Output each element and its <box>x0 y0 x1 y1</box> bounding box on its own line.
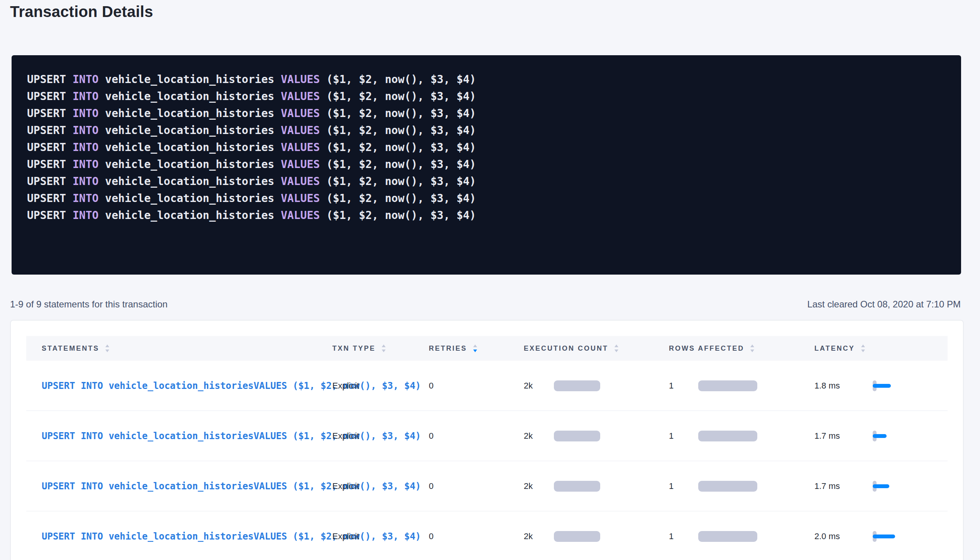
statement-line-1: UPSERT INTO vehicle_location_histories <box>42 481 254 492</box>
sql-statement-line: UPSERT INTO vehicle_location_histories V… <box>27 105 961 122</box>
sql-token-plain: UPSERT <box>27 124 73 137</box>
statement-link[interactable]: UPSERT INTO vehicle_location_historiesVA… <box>42 528 332 545</box>
sql-token-plain: ($1, $2, now(), $3, $4) <box>320 73 476 86</box>
execution-count-bar <box>554 380 600 391</box>
latency-value: 1.8 ms <box>814 381 873 391</box>
sort-icon[interactable] <box>861 344 865 352</box>
sql-token-plain: UPSERT <box>27 209 73 222</box>
sort-asc-arrow-icon <box>473 344 477 347</box>
execution-count-value: 2k <box>524 431 554 441</box>
sql-token-plain: ($1, $2, now(), $3, $4) <box>320 209 476 222</box>
transaction-details-page: Transaction Details UPSERT INTO vehicle_… <box>0 0 980 560</box>
rows-affected-bar <box>698 481 757 492</box>
sql-statement-line: UPSERT INTO vehicle_location_histories V… <box>27 88 961 105</box>
statement-line-1: UPSERT INTO vehicle_location_histories <box>42 531 254 542</box>
statement-cell: UPSERT INTO vehicle_location_historiesVA… <box>26 478 332 495</box>
retries-cell: 0 <box>429 531 524 541</box>
statement-link[interactable]: UPSERT INTO vehicle_location_historiesVA… <box>42 478 332 495</box>
column-label: TXN TYPE <box>332 344 376 353</box>
sort-icon[interactable] <box>750 344 754 352</box>
table-row: UPSERT INTO vehicle_location_historiesVA… <box>26 411 948 461</box>
sql-token-plain: ($1, $2, now(), $3, $4) <box>320 107 476 120</box>
rows-affected-cell: 1 <box>669 481 814 492</box>
sql-token-keyword: INTO <box>73 141 98 154</box>
rows-affected-cell: 1 <box>669 431 814 441</box>
statement-line-1: UPSERT INTO vehicle_location_histories <box>42 380 254 391</box>
sql-token-plain: vehicle_location_histories <box>98 124 281 137</box>
statements-count-text: 1-9 of 9 statements for this transaction <box>10 299 168 310</box>
statement-link[interactable]: UPSERT INTO vehicle_location_historiesVA… <box>42 428 332 445</box>
statements-table-card: STATEMENTSTXN TYPERETRIESEXECUTION COUNT… <box>11 321 963 560</box>
table-row: UPSERT INTO vehicle_location_historiesVA… <box>26 461 948 511</box>
sort-asc-arrow-icon <box>750 344 754 347</box>
sort-icon[interactable] <box>614 344 618 352</box>
sql-token-keyword: VALUES <box>281 192 320 205</box>
execution-count-bar <box>554 481 600 492</box>
sql-token-keyword: INTO <box>73 124 98 137</box>
rows-affected-bar <box>698 431 757 441</box>
sql-token-plain: UPSERT <box>27 158 73 171</box>
statement-cell: UPSERT INTO vehicle_location_historiesVA… <box>26 428 332 445</box>
sql-token-plain: ($1, $2, now(), $3, $4) <box>320 175 476 188</box>
column-header-execution-count[interactable]: EXECUTION COUNT <box>524 344 669 353</box>
sql-statements-box: UPSERT INTO vehicle_location_histories V… <box>12 55 961 275</box>
retries-cell: 0 <box>429 381 524 391</box>
statement-line-1: UPSERT INTO vehicle_location_histories <box>42 431 254 441</box>
latency-chart <box>873 377 904 394</box>
sql-token-keyword: VALUES <box>281 73 320 86</box>
sql-token-keyword: VALUES <box>281 107 320 120</box>
sql-statement-line: UPSERT INTO vehicle_location_histories V… <box>27 156 961 173</box>
sort-asc-arrow-icon <box>861 344 865 347</box>
sql-token-keyword: INTO <box>73 192 98 205</box>
table-header-row: STATEMENTSTXN TYPERETRIESEXECUTION COUNT… <box>26 336 948 361</box>
execution-count-value: 2k <box>524 381 554 391</box>
retries-cell: 0 <box>429 431 524 441</box>
latency-value: 1.7 ms <box>814 431 873 441</box>
sql-statement-line: UPSERT INTO vehicle_location_histories V… <box>27 207 961 224</box>
txn-type-cell: Explicit <box>332 431 429 441</box>
statements-status-bar: 1-9 of 9 statements for this transaction… <box>10 299 961 310</box>
txn-type-cell: Explicit <box>332 481 429 491</box>
column-header-rows-affected[interactable]: ROWS AFFECTED <box>669 344 814 353</box>
sql-token-plain: ($1, $2, now(), $3, $4) <box>320 124 476 137</box>
sort-icon[interactable] <box>105 344 109 352</box>
column-header-latency[interactable]: LATENCY <box>814 344 948 353</box>
sql-token-keyword: INTO <box>73 73 98 86</box>
column-label: STATEMENTS <box>42 344 99 353</box>
sql-token-plain: UPSERT <box>27 90 73 103</box>
rows-affected-bar <box>698 380 757 391</box>
sql-statement-line: UPSERT INTO vehicle_location_histories V… <box>27 71 961 88</box>
latency-bar <box>873 434 887 438</box>
page-title: Transaction Details <box>10 1 153 22</box>
sql-code-lines: UPSERT INTO vehicle_location_histories V… <box>27 71 961 224</box>
latency-bar <box>873 535 895 538</box>
column-header-statements[interactable]: STATEMENTS <box>26 344 332 353</box>
column-header-retries[interactable]: RETRIES <box>429 344 524 353</box>
execution-count-value: 2k <box>524 481 554 491</box>
sql-token-plain: vehicle_location_histories <box>98 192 281 205</box>
sql-token-keyword: INTO <box>73 175 98 188</box>
sql-token-plain: ($1, $2, now(), $3, $4) <box>320 192 476 205</box>
latency-bar <box>873 484 889 488</box>
sql-token-keyword: INTO <box>73 90 98 103</box>
sql-token-keyword: VALUES <box>281 90 320 103</box>
sql-statement-line: UPSERT INTO vehicle_location_histories V… <box>27 139 961 156</box>
sort-icon[interactable] <box>382 344 386 352</box>
statement-cell: UPSERT INTO vehicle_location_historiesVA… <box>26 377 332 394</box>
latency-cell: 2.0 ms <box>814 528 948 545</box>
statement-link[interactable]: UPSERT INTO vehicle_location_historiesVA… <box>42 377 332 394</box>
execution-count-bar <box>554 431 600 441</box>
sort-desc-arrow-icon <box>382 350 386 352</box>
column-header-txn-type[interactable]: TXN TYPE <box>332 344 429 353</box>
rows-affected-value: 1 <box>669 381 698 391</box>
sort-icon[interactable] <box>473 344 477 352</box>
rows-affected-bar <box>698 531 757 542</box>
rows-affected-value: 1 <box>669 431 698 441</box>
column-label: RETRIES <box>429 344 467 353</box>
sort-desc-arrow-icon <box>614 350 618 352</box>
sql-token-plain: vehicle_location_histories <box>98 90 281 103</box>
sql-token-keyword: VALUES <box>281 141 320 154</box>
sql-token-plain: ($1, $2, now(), $3, $4) <box>320 90 476 103</box>
sql-token-plain: UPSERT <box>27 73 73 86</box>
sql-token-keyword: INTO <box>73 107 98 120</box>
